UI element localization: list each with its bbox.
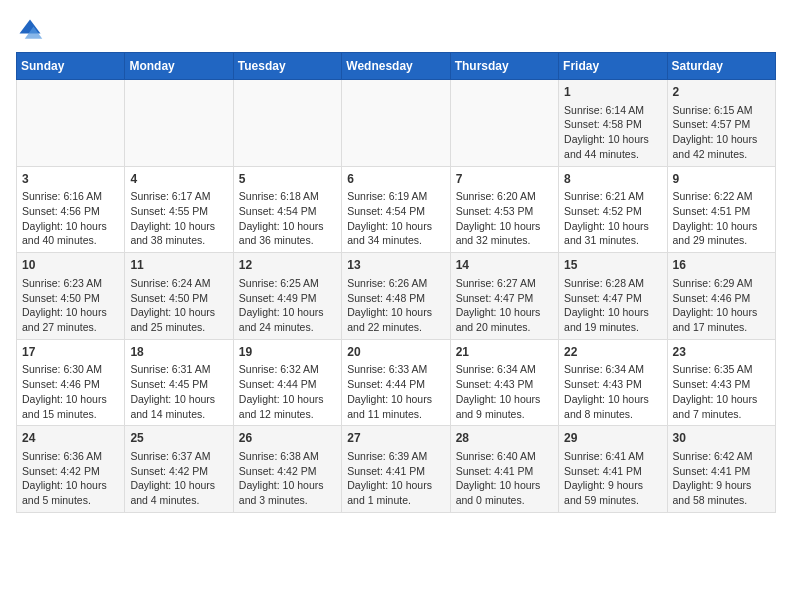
- cell-content-line: Sunset: 4:47 PM: [564, 291, 661, 306]
- cell-content-line: Sunrise: 6:17 AM: [130, 189, 227, 204]
- calendar-cell: [342, 80, 450, 167]
- day-number: 16: [673, 257, 770, 274]
- calendar-cell: 22Sunrise: 6:34 AMSunset: 4:43 PMDayligh…: [559, 339, 667, 426]
- calendar-week-row: 10Sunrise: 6:23 AMSunset: 4:50 PMDayligh…: [17, 253, 776, 340]
- cell-content-line: Sunrise: 6:22 AM: [673, 189, 770, 204]
- cell-content-line: Daylight: 10 hours and 40 minutes.: [22, 219, 119, 248]
- cell-content-line: Daylight: 10 hours and 7 minutes.: [673, 392, 770, 421]
- cell-content-line: Sunrise: 6:27 AM: [456, 276, 553, 291]
- cell-content-line: Sunset: 4:47 PM: [456, 291, 553, 306]
- cell-content-line: Sunset: 4:41 PM: [456, 464, 553, 479]
- header-monday: Monday: [125, 53, 233, 80]
- cell-content-line: Daylight: 10 hours and 9 minutes.: [456, 392, 553, 421]
- day-number: 26: [239, 430, 336, 447]
- day-number: 24: [22, 430, 119, 447]
- cell-content-line: Daylight: 10 hours and 32 minutes.: [456, 219, 553, 248]
- day-number: 29: [564, 430, 661, 447]
- logo: [16, 16, 48, 44]
- day-number: 22: [564, 344, 661, 361]
- calendar-cell: 4Sunrise: 6:17 AMSunset: 4:55 PMDaylight…: [125, 166, 233, 253]
- cell-content-line: Sunrise: 6:42 AM: [673, 449, 770, 464]
- day-number: 17: [22, 344, 119, 361]
- calendar-cell: 1Sunrise: 6:14 AMSunset: 4:58 PMDaylight…: [559, 80, 667, 167]
- cell-content-line: Sunrise: 6:41 AM: [564, 449, 661, 464]
- calendar-cell: 2Sunrise: 6:15 AMSunset: 4:57 PMDaylight…: [667, 80, 775, 167]
- cell-content-line: Sunrise: 6:32 AM: [239, 362, 336, 377]
- calendar-cell: 8Sunrise: 6:21 AMSunset: 4:52 PMDaylight…: [559, 166, 667, 253]
- cell-content-line: Sunrise: 6:14 AM: [564, 103, 661, 118]
- day-number: 20: [347, 344, 444, 361]
- calendar-cell: 3Sunrise: 6:16 AMSunset: 4:56 PMDaylight…: [17, 166, 125, 253]
- calendar-cell: 30Sunrise: 6:42 AMSunset: 4:41 PMDayligh…: [667, 426, 775, 513]
- day-number: 3: [22, 171, 119, 188]
- cell-content-line: Sunrise: 6:21 AM: [564, 189, 661, 204]
- cell-content-line: Sunset: 4:57 PM: [673, 117, 770, 132]
- header-sunday: Sunday: [17, 53, 125, 80]
- cell-content-line: Daylight: 10 hours and 15 minutes.: [22, 392, 119, 421]
- header-thursday: Thursday: [450, 53, 558, 80]
- calendar-week-row: 17Sunrise: 6:30 AMSunset: 4:46 PMDayligh…: [17, 339, 776, 426]
- logo-icon: [16, 16, 44, 44]
- cell-content-line: Daylight: 10 hours and 17 minutes.: [673, 305, 770, 334]
- cell-content-line: Daylight: 10 hours and 42 minutes.: [673, 132, 770, 161]
- cell-content-line: Daylight: 10 hours and 22 minutes.: [347, 305, 444, 334]
- cell-content-line: Sunrise: 6:16 AM: [22, 189, 119, 204]
- cell-content-line: Sunset: 4:42 PM: [22, 464, 119, 479]
- calendar-cell: 15Sunrise: 6:28 AMSunset: 4:47 PMDayligh…: [559, 253, 667, 340]
- day-number: 18: [130, 344, 227, 361]
- calendar-cell: 21Sunrise: 6:34 AMSunset: 4:43 PMDayligh…: [450, 339, 558, 426]
- cell-content-line: Sunset: 4:43 PM: [456, 377, 553, 392]
- cell-content-line: Daylight: 10 hours and 8 minutes.: [564, 392, 661, 421]
- cell-content-line: Daylight: 10 hours and 4 minutes.: [130, 478, 227, 507]
- day-number: 14: [456, 257, 553, 274]
- cell-content-line: Daylight: 10 hours and 44 minutes.: [564, 132, 661, 161]
- day-number: 2: [673, 84, 770, 101]
- day-number: 4: [130, 171, 227, 188]
- cell-content-line: Daylight: 10 hours and 1 minute.: [347, 478, 444, 507]
- calendar-cell: 19Sunrise: 6:32 AMSunset: 4:44 PMDayligh…: [233, 339, 341, 426]
- cell-content-line: Sunrise: 6:34 AM: [564, 362, 661, 377]
- cell-content-line: Sunset: 4:52 PM: [564, 204, 661, 219]
- day-number: 12: [239, 257, 336, 274]
- cell-content-line: Sunset: 4:41 PM: [564, 464, 661, 479]
- cell-content-line: Sunset: 4:42 PM: [239, 464, 336, 479]
- cell-content-line: Daylight: 10 hours and 29 minutes.: [673, 219, 770, 248]
- calendar-cell: 18Sunrise: 6:31 AMSunset: 4:45 PMDayligh…: [125, 339, 233, 426]
- calendar-cell: 29Sunrise: 6:41 AMSunset: 4:41 PMDayligh…: [559, 426, 667, 513]
- cell-content-line: Sunrise: 6:40 AM: [456, 449, 553, 464]
- calendar-cell: 16Sunrise: 6:29 AMSunset: 4:46 PMDayligh…: [667, 253, 775, 340]
- cell-content-line: Daylight: 10 hours and 25 minutes.: [130, 305, 227, 334]
- cell-content-line: Daylight: 9 hours and 58 minutes.: [673, 478, 770, 507]
- cell-content-line: Sunset: 4:49 PM: [239, 291, 336, 306]
- day-number: 9: [673, 171, 770, 188]
- cell-content-line: Sunrise: 6:19 AM: [347, 189, 444, 204]
- calendar-cell: 23Sunrise: 6:35 AMSunset: 4:43 PMDayligh…: [667, 339, 775, 426]
- cell-content-line: Sunset: 4:54 PM: [347, 204, 444, 219]
- cell-content-line: Daylight: 10 hours and 24 minutes.: [239, 305, 336, 334]
- cell-content-line: Daylight: 10 hours and 34 minutes.: [347, 219, 444, 248]
- cell-content-line: Sunset: 4:53 PM: [456, 204, 553, 219]
- cell-content-line: Sunrise: 6:34 AM: [456, 362, 553, 377]
- day-number: 30: [673, 430, 770, 447]
- cell-content-line: Sunrise: 6:37 AM: [130, 449, 227, 464]
- day-number: 7: [456, 171, 553, 188]
- calendar-cell: 7Sunrise: 6:20 AMSunset: 4:53 PMDaylight…: [450, 166, 558, 253]
- cell-content-line: Daylight: 9 hours and 59 minutes.: [564, 478, 661, 507]
- cell-content-line: Sunset: 4:44 PM: [347, 377, 444, 392]
- day-number: 25: [130, 430, 227, 447]
- calendar-cell: 17Sunrise: 6:30 AMSunset: 4:46 PMDayligh…: [17, 339, 125, 426]
- cell-content-line: Sunrise: 6:24 AM: [130, 276, 227, 291]
- cell-content-line: Sunrise: 6:20 AM: [456, 189, 553, 204]
- header-wednesday: Wednesday: [342, 53, 450, 80]
- cell-content-line: Sunset: 4:50 PM: [130, 291, 227, 306]
- calendar-cell: 27Sunrise: 6:39 AMSunset: 4:41 PMDayligh…: [342, 426, 450, 513]
- cell-content-line: Daylight: 10 hours and 0 minutes.: [456, 478, 553, 507]
- calendar-cell: [233, 80, 341, 167]
- cell-content-line: Daylight: 10 hours and 3 minutes.: [239, 478, 336, 507]
- calendar-cell: 24Sunrise: 6:36 AMSunset: 4:42 PMDayligh…: [17, 426, 125, 513]
- calendar-cell: 26Sunrise: 6:38 AMSunset: 4:42 PMDayligh…: [233, 426, 341, 513]
- cell-content-line: Sunrise: 6:29 AM: [673, 276, 770, 291]
- calendar-cell: 28Sunrise: 6:40 AMSunset: 4:41 PMDayligh…: [450, 426, 558, 513]
- header-tuesday: Tuesday: [233, 53, 341, 80]
- day-number: 28: [456, 430, 553, 447]
